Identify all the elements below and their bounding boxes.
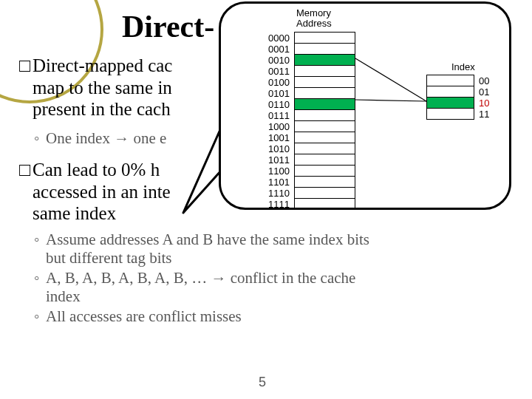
sub-bullet-2b-l1: A, B, A, B, A, B, A, B, … → conflict in … [46, 269, 355, 287]
slide: Direct- □Direct-mapped cac map to the sa… [0, 0, 532, 399]
bullet-1-line3: present in the cach [33, 99, 171, 119]
memory-slot-cell [294, 66, 355, 77]
sub-bullet-2c-text: All accesses are conflict misses [46, 307, 242, 325]
sub-bullet-2a: ◦Assume addresses A and B have the same … [34, 231, 507, 267]
memory-address-cell: 1110 [268, 188, 294, 199]
index-slot-cell [427, 109, 474, 120]
index-label-cell: 00 [474, 75, 490, 86]
memory-slot-cell [294, 55, 355, 66]
memory-address-cell: 1010 [268, 143, 294, 154]
ring-icon: ◦ [34, 307, 46, 326]
memory-slot-cell [294, 188, 355, 199]
index-slot-cell [427, 98, 474, 109]
memory-slot-cell [294, 77, 355, 88]
memory-address-cell: 0001 [268, 44, 294, 55]
index-label-cell: 10 [474, 98, 490, 109]
sub-bullet-1-text: One index → one e [46, 129, 166, 147]
memory-address-cell: 1100 [268, 166, 294, 177]
memory-slot-cell [294, 33, 355, 44]
svg-line-1 [355, 100, 426, 101]
ring-icon: ◦ [34, 129, 46, 148]
memory-slot-cell [294, 44, 355, 55]
bullet-1-line1: Direct-mapped cac [33, 55, 172, 75]
slide-title: Direct- [122, 9, 214, 44]
bullet-2-line1: Can lead to 0% h [33, 160, 160, 180]
memory-address-cell: 0011 [268, 66, 294, 77]
memory-address-cell: 0101 [268, 88, 294, 99]
bullet-1-line2: map to the same in [33, 78, 172, 98]
memory-slot-cell [294, 177, 355, 188]
sub-bullet-2a-l1: Assume addresses A and B have the same i… [46, 231, 369, 248]
ring-icon: ◦ [34, 269, 46, 287]
memory-slot-cell [294, 166, 355, 177]
memory-address-label: Memory Address [296, 8, 332, 28]
bullet-square-icon: □ [19, 55, 33, 77]
sub-bullet-2c: ◦All accesses are conflict misses [34, 307, 507, 326]
sub-bullet-2b: ◦A, B, A, B, A, B, A, B, … → conflict in… [34, 269, 507, 306]
diagram-callout: Memory Address Index 0000000100100011010… [219, 1, 511, 210]
memory-slot-cell [294, 132, 355, 143]
memory-address-cell: 1001 [268, 132, 294, 143]
memory-slot-cell [294, 199, 355, 210]
memory-slot-cell [294, 121, 355, 132]
memory-slot-cell [294, 143, 355, 154]
sub-bullet-2b-l2: index [46, 287, 81, 305]
svg-line-0 [355, 58, 426, 101]
index-label: Index [451, 61, 475, 72]
index-label-cell: 01 [474, 86, 490, 98]
memory-address-cell: 0000 [268, 33, 294, 44]
page-number: 5 [259, 375, 266, 390]
bullet-2-line3: same index [33, 203, 116, 223]
index-label-cell: 11 [474, 109, 490, 120]
memory-address-cell: 1111 [268, 199, 294, 210]
memory-slot-cell [294, 154, 355, 166]
memory-address-cell: 0110 [268, 99, 294, 110]
memory-address-cell: 1011 [268, 154, 294, 166]
sub-bullet-2a-l2: but different tag bits [46, 249, 172, 267]
memory-table: 0000000100100011010001010110011110001001… [268, 32, 355, 210]
ring-icon: ◦ [34, 231, 46, 249]
bullet-2-line2: accessed in an inte [33, 182, 171, 202]
diagram-inner: Memory Address Index 0000000100100011010… [221, 4, 509, 208]
bullet-square-icon: □ [19, 159, 33, 181]
memory-address-cell: 0010 [268, 55, 294, 66]
memory-address-cell: 1101 [268, 177, 294, 188]
memory-slot-cell [294, 110, 355, 121]
memory-address-cell: 1000 [268, 121, 294, 132]
memory-slot-cell [294, 88, 355, 99]
index-table: 00011011 [426, 75, 490, 120]
index-slot-cell [427, 86, 474, 98]
memory-address-cell: 0111 [268, 110, 294, 121]
index-slot-cell [427, 75, 474, 86]
memory-slot-cell [294, 99, 355, 110]
memory-address-cell: 0100 [268, 77, 294, 88]
